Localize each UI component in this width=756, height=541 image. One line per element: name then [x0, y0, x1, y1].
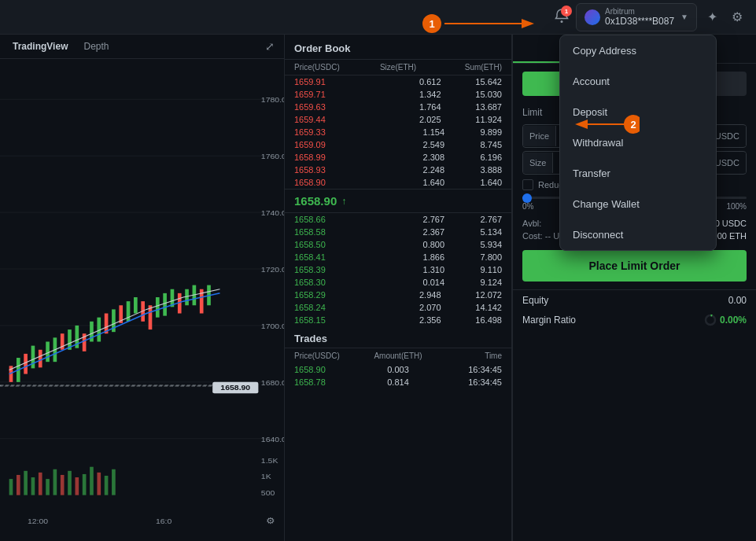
wallet-avatar-icon	[585, 9, 600, 25]
deposit-menu-item[interactable]: Deposit	[560, 97, 716, 127]
notification-badge: 1	[561, 6, 572, 17]
ask-row[interactable]: 1659.33 1.154 9.899	[285, 126, 511, 138]
svg-text:1658.90: 1658.90	[220, 384, 250, 392]
svg-text:1760.00: 1760.00	[261, 153, 284, 160]
svg-point-0	[561, 20, 563, 23]
bid-row[interactable]: 1658.24 2.070 14.142	[285, 301, 511, 314]
equity-row: Equity 0.00	[513, 289, 756, 311]
notification-button[interactable]: 1	[554, 8, 570, 26]
bid-row[interactable]: 1658.41 1.866 7.800	[285, 251, 511, 263]
reduce-only-checkbox[interactable]	[522, 179, 533, 190]
wallet-address-label: 0x1D38****B087	[605, 16, 674, 27]
ask-row[interactable]: 1658.90 1.640 1.640	[285, 176, 511, 189]
order-book-title: Order Book	[285, 35, 511, 60]
account-menu-item[interactable]: Account	[560, 66, 716, 97]
change-wallet-menu-item[interactable]: Change Wallet	[560, 189, 716, 219]
settings-button[interactable]: ✦	[703, 6, 721, 28]
svg-text:⚙: ⚙	[266, 515, 275, 525]
equity-value: 0.00	[728, 295, 747, 306]
bid-row[interactable]: 1658.30 0.014 9.124	[285, 276, 511, 289]
slider-mark-0: 0%	[522, 202, 533, 211]
trades-column-headers: Price(USDC) Amount(ETH) Time	[285, 348, 511, 363]
svg-rect-17	[31, 346, 35, 369]
svg-rect-51	[53, 469, 57, 495]
top-header: 1 Arbitrum 0x1D38****B087 ▼ ✦ ⚙	[0, 0, 756, 35]
copy-address-menu-item[interactable]: Copy Address	[560, 35, 716, 66]
svg-text:1780.00: 1780.00	[261, 96, 284, 104]
svg-rect-16	[24, 354, 28, 374]
margin-row-right: 0.00%	[704, 314, 747, 326]
svg-text:1.5K: 1.5K	[261, 456, 278, 464]
place-order-button[interactable]: Place Limit Order	[522, 250, 747, 282]
svg-rect-18	[39, 350, 42, 368]
margin-value: 0.00%	[720, 315, 747, 326]
ask-row[interactable]: 1658.93 2.248 3.888	[285, 164, 511, 176]
svg-text:1740.00: 1740.00	[261, 209, 284, 217]
svg-rect-57	[97, 473, 101, 495]
svg-rect-58	[105, 476, 109, 495]
transfer-menu-item[interactable]: Transfer	[560, 158, 716, 189]
svg-text:1K: 1K	[261, 473, 271, 480]
bid-row[interactable]: 1658.50 0.800 5.934	[285, 238, 511, 251]
gear-button[interactable]: ⚙	[728, 6, 747, 28]
wallet-button[interactable]: Arbitrum 0x1D38****B087 ▼	[576, 3, 697, 31]
bid-rows: 1658.66 2.767 2.767 1658.58 2.367 5.134 …	[285, 213, 511, 326]
trades-title: Trades	[285, 326, 511, 348]
svg-text:1720.00: 1720.00	[261, 266, 284, 274]
bid-row[interactable]: 1658.58 2.367 5.134	[285, 226, 511, 238]
wallet-dropdown-menu: Copy Address Account Deposit Withdrawal …	[559, 35, 717, 251]
svg-rect-45	[9, 479, 13, 495]
svg-rect-48	[31, 477, 35, 495]
svg-rect-46	[17, 475, 20, 495]
slider-thumb[interactable]	[522, 193, 532, 203]
svg-text:500: 500	[261, 488, 275, 496]
price-input-label: Price	[523, 126, 556, 146]
withdrawal-menu-item[interactable]: Withdrawal	[560, 127, 716, 158]
margin-ratio-row: Margin Ratio 0.00%	[513, 311, 756, 329]
svg-rect-34	[156, 297, 160, 318]
chart-svg: 1658.90 1780.00 1760.00	[0, 59, 284, 535]
bid-row[interactable]: 1658.39 1.310 9.110	[285, 263, 511, 276]
ask-row[interactable]: 1659.63 1.764 13.687	[285, 101, 511, 113]
svg-text:12:00: 12:00	[28, 517, 49, 524]
wallet-dropdown-arrow-icon: ▼	[680, 13, 688, 21]
svg-rect-54	[75, 477, 79, 495]
disconnect-menu-item[interactable]: Disconnect	[560, 219, 716, 250]
svg-rect-50	[46, 479, 50, 495]
chart-area: TradingView Depth ⤢	[0, 35, 284, 541]
svg-rect-59	[112, 469, 116, 495]
expand-chart-button[interactable]: ⤢	[265, 40, 275, 53]
equity-label: Equity	[522, 295, 548, 306]
ask-row[interactable]: 1659.09 2.549 8.745	[285, 138, 511, 151]
svg-point-73	[706, 315, 715, 325]
order-book-column-headers: Price(USDC) Size(ETH) Sum(ETH)	[285, 60, 511, 75]
svg-rect-35	[163, 293, 167, 316]
ask-row[interactable]: 1658.99 2.308 6.196	[285, 151, 511, 164]
wallet-name-block: Arbitrum 0x1D38****B087	[605, 8, 674, 27]
margin-label: Margin Ratio	[522, 315, 576, 326]
bid-row[interactable]: 1658.15 2.356 16.498	[285, 314, 511, 326]
trade-row: 1658.78 0.814 16:34:45	[285, 376, 511, 388]
svg-rect-53	[68, 471, 72, 495]
header-right: 1 Arbitrum 0x1D38****B087 ▼ ✦ ⚙	[554, 3, 747, 31]
svg-rect-19	[46, 341, 50, 362]
bid-row[interactable]: 1658.29 2.948 12.072	[285, 289, 511, 301]
ask-row[interactable]: 1659.91 0.612 15.642	[285, 75, 511, 88]
chart-body: 1658.90 1780.00 1760.00	[0, 59, 284, 535]
svg-rect-47	[24, 471, 28, 495]
tab-depth[interactable]: Depth	[80, 39, 112, 53]
bid-row[interactable]: 1658.66 2.767 2.767	[285, 213, 511, 226]
size-input-label: Size	[523, 153, 553, 173]
ask-row[interactable]: 1659.44 2.025 11.924	[285, 113, 511, 126]
slider-mark-100: 100%	[726, 202, 747, 211]
svg-text:16:0: 16:0	[156, 517, 172, 524]
svg-text:1640.00: 1640.00	[261, 435, 284, 443]
wallet-network-label: Arbitrum	[605, 8, 674, 16]
ask-row[interactable]: 1659.71 1.342 15.030	[285, 88, 511, 101]
order-book: Order Book Price(USDC) Size(ETH) Sum(ETH…	[284, 35, 512, 541]
svg-text:1680.00: 1680.00	[261, 379, 284, 387]
ask-rows: 1659.91 0.612 15.642 1659.71 1.342 15.03…	[285, 75, 511, 189]
svg-rect-38	[185, 289, 189, 306]
tab-trading-view[interactable]: TradingView	[9, 39, 71, 53]
svg-rect-56	[90, 467, 94, 495]
